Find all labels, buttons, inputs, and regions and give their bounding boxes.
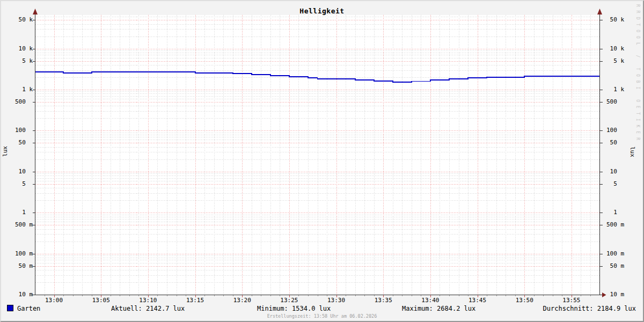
stat-minimum: Minimum: 1534.0 lux xyxy=(257,305,331,312)
stat-aktuell: Aktuell: 2142.7 lux xyxy=(111,305,185,312)
x-tick-label: 13:10 xyxy=(136,297,160,304)
y-tick-label-left: 5 k xyxy=(15,58,38,64)
legend-series-label: Garten xyxy=(17,305,40,312)
y-tick-label-right: 5 k xyxy=(606,58,629,64)
y-tick-label-right: 50 m xyxy=(606,263,629,269)
rrdtool-watermark: RRDTOOL / TOBI OETIKER xyxy=(635,4,640,144)
y-tick-label-right: 5 xyxy=(606,181,629,187)
y-tick-label-left: 1 k xyxy=(15,86,38,93)
y-tick-label-right: 500 xyxy=(606,99,629,105)
y-tick-label-right: 50 k xyxy=(606,17,629,23)
y-tick-label-right: 100 xyxy=(606,127,629,134)
y-tick-label-left: 100 xyxy=(15,127,38,134)
y-tick-label-left: 10 xyxy=(15,169,38,175)
x-tick-label: 13:45 xyxy=(466,297,489,304)
y-axis-unit-right: lux xyxy=(629,147,636,157)
y-tick-label-left: 50 m xyxy=(15,263,38,269)
y-tick-label-right: 50 xyxy=(606,140,629,146)
y-tick-label-right: 1 k xyxy=(606,86,629,93)
plot-area xyxy=(0,0,644,322)
x-tick-label: 13:50 xyxy=(513,297,536,304)
y-tick-label-right: 10 xyxy=(606,169,629,175)
y-tick-label-left: 500 xyxy=(15,99,38,105)
y-tick-label-right: 500 m xyxy=(606,222,629,228)
y-tick-label-right: 1 xyxy=(606,209,629,216)
y-tick-label-left: 5 xyxy=(15,181,38,187)
stat-maximum: Maximum: 2684.2 lux xyxy=(402,305,475,312)
y-tick-label-left: 100 m xyxy=(15,251,38,257)
x-tick-label: 13:35 xyxy=(371,297,395,304)
y-tick-label-left: 10 m xyxy=(15,291,38,298)
x-tick-label: 13:30 xyxy=(325,297,348,304)
y-tick-label-left: 10 k xyxy=(15,46,38,52)
creation-time-footer: Erstellungszeit: 13:58 Uhr am 06.02.2026 xyxy=(1,313,643,319)
x-tick-label: 13:20 xyxy=(230,297,254,304)
rrdtool-graph: Helligkeit lux lux RRDTOOL / TOBI OETIKE… xyxy=(0,0,644,322)
y-tick-label-right: 100 m xyxy=(606,251,629,257)
chart-title: Helligkeit xyxy=(1,7,643,15)
y-tick-label-left: 500 m xyxy=(15,222,38,228)
y-axis-unit-left: lux xyxy=(2,146,9,157)
y-tick-label-left: 50 k xyxy=(15,17,38,23)
x-tick-label: 13:15 xyxy=(184,297,207,304)
x-tick-label: 13:25 xyxy=(277,297,301,304)
y-tick-label-right: 10 m xyxy=(606,291,629,298)
x-tick-label: 13:55 xyxy=(560,297,583,304)
x-tick-label: 13:40 xyxy=(419,297,442,304)
stat-durchschnitt: Durchschnitt: 2184.9 lux xyxy=(543,305,636,312)
x-tick-label: 13:00 xyxy=(42,297,66,304)
y-tick-label-left: 50 xyxy=(15,140,38,146)
y-tick-label-left: 1 xyxy=(15,209,38,216)
legend-color-swatch xyxy=(7,305,13,311)
x-tick-label: 13:05 xyxy=(89,297,113,304)
y-tick-label-right: 10 k xyxy=(606,46,629,52)
